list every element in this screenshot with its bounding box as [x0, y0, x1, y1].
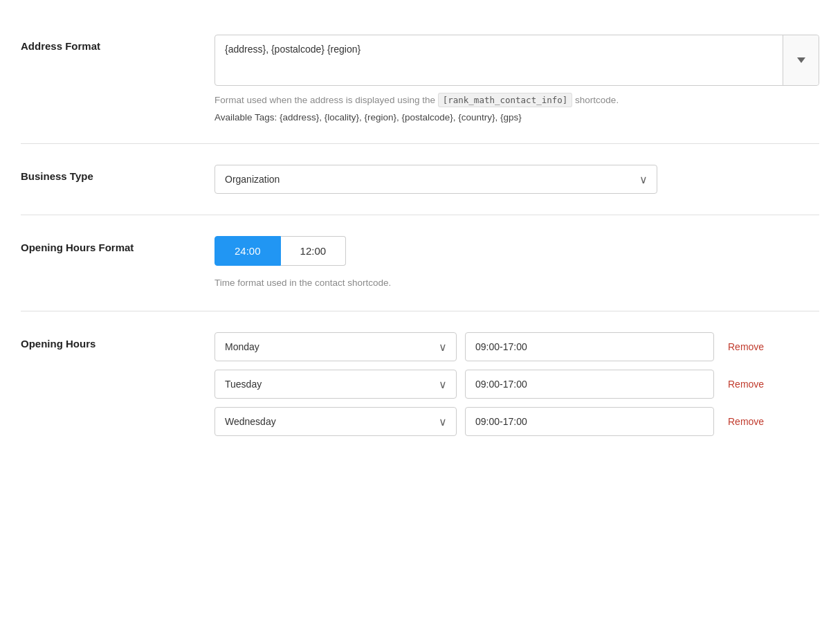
- address-format-label: Address Format: [21, 35, 214, 52]
- opening-hours-format-control: 24:00 12:00 Time format used in the cont…: [214, 236, 819, 291]
- opening-hours-control: Monday Tuesday Wednesday Thursday Friday…: [214, 332, 819, 436]
- hours-input-3[interactable]: [465, 407, 714, 436]
- day-select-wrapper-3: Monday Tuesday Wednesday Thursday Friday…: [214, 407, 457, 436]
- business-type-select[interactable]: Organization LocalBusiness Corporation S…: [214, 165, 657, 194]
- available-tags-values: {address}, {locality}, {region}, {postal…: [280, 112, 522, 123]
- day-select-wrapper-2: Monday Tuesday Wednesday Thursday Friday…: [214, 370, 457, 399]
- opening-hours-row-3: Monday Tuesday Wednesday Thursday Friday…: [214, 407, 819, 436]
- address-format-row: Address Format {address}, {postalcode} {…: [21, 14, 819, 144]
- remove-button-1[interactable]: Remove: [722, 338, 769, 355]
- address-format-help: Format used when the address is displaye…: [214, 93, 819, 108]
- address-format-dropdown-button[interactable]: [783, 35, 819, 85]
- business-type-control: Organization LocalBusiness Corporation S…: [214, 165, 819, 194]
- day-select-3[interactable]: Monday Tuesday Wednesday Thursday Friday…: [214, 407, 457, 436]
- opening-hours-row-2: Monday Tuesday Wednesday Thursday Friday…: [214, 370, 819, 399]
- address-format-control: {address}, {postalcode} {region} Format …: [214, 35, 819, 123]
- business-type-select-wrapper: Organization LocalBusiness Corporation S…: [214, 165, 657, 194]
- page-container: Address Format {address}, {postalcode} {…: [0, 0, 840, 471]
- address-help-text-1: Format used when the address is displaye…: [214, 95, 435, 105]
- opening-hours-label: Opening Hours: [21, 332, 214, 350]
- hours-input-1[interactable]: [465, 332, 714, 361]
- day-select-1[interactable]: Monday Tuesday Wednesday Thursday Friday…: [214, 332, 457, 361]
- opening-hours-row-1: Monday Tuesday Wednesday Thursday Friday…: [214, 332, 819, 361]
- available-tags: Available Tags: {address}, {locality}, {…: [214, 112, 819, 123]
- time-format-24-button[interactable]: 24:00: [214, 236, 281, 266]
- chevron-down-icon: [797, 57, 805, 63]
- business-type-label: Business Type: [21, 165, 214, 182]
- time-format-buttons: 24:00 12:00: [214, 236, 819, 266]
- remove-button-2[interactable]: Remove: [722, 376, 769, 392]
- time-format-12-button[interactable]: 12:00: [281, 236, 347, 266]
- hours-input-2[interactable]: [465, 370, 714, 399]
- day-select-wrapper-1: Monday Tuesday Wednesday Thursday Friday…: [214, 332, 457, 361]
- remove-button-3[interactable]: Remove: [722, 413, 769, 430]
- time-format-help: Time format used in the contact shortcod…: [214, 275, 819, 291]
- address-shortcode: [rank_math_contact_info]: [438, 93, 573, 107]
- opening-hours-format-row: Opening Hours Format 24:00 12:00 Time fo…: [21, 215, 819, 312]
- address-textarea-wrapper: {address}, {postalcode} {region}: [214, 35, 819, 86]
- address-help-text-2: shortcode.: [575, 95, 619, 105]
- opening-hours-format-label: Opening Hours Format: [21, 236, 214, 253]
- day-select-2[interactable]: Monday Tuesday Wednesday Thursday Friday…: [214, 370, 457, 399]
- business-type-row: Business Type Organization LocalBusiness…: [21, 144, 819, 215]
- available-tags-label: Available Tags:: [214, 112, 277, 123]
- opening-hours-rows: Monday Tuesday Wednesday Thursday Friday…: [214, 332, 819, 436]
- opening-hours-row: Opening Hours Monday Tuesday Wednesday T…: [21, 311, 819, 457]
- address-format-input[interactable]: {address}, {postalcode} {region}: [215, 35, 783, 85]
